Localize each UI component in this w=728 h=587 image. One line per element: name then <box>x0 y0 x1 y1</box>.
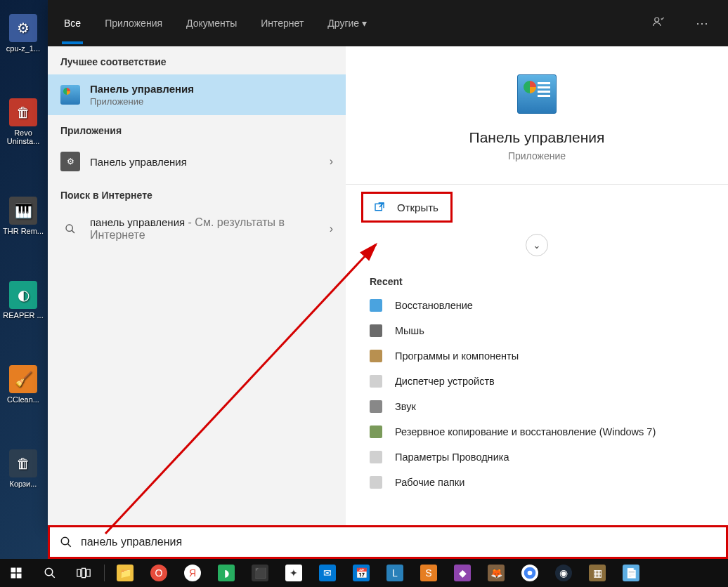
best-match-result[interactable]: Панель управления Приложение <box>48 74 346 115</box>
svg-point-17 <box>528 571 533 576</box>
taskbar-app-sublime[interactable]: S <box>412 559 445 587</box>
search-results-panel: Все Приложения Документы Интернет Другие… <box>48 0 728 525</box>
desktop-icon-ccleaner[interactable]: 🧹CClean... <box>1 365 45 404</box>
recent-item[interactable]: Резервное копирование и восстановление (… <box>346 419 728 444</box>
divider <box>346 184 728 185</box>
work-folders-icon <box>370 476 382 489</box>
recent-item[interactable]: Диспетчер устройств <box>346 369 728 394</box>
svg-point-5 <box>61 537 69 545</box>
chevron-down-icon: ▾ <box>362 18 367 29</box>
backup-icon <box>370 426 382 438</box>
settings-icon: ⚙ <box>60 152 80 171</box>
taskbar-search[interactable] <box>34 559 66 587</box>
programs-icon <box>370 350 382 362</box>
detail-right-column: Панель управления Приложение Открыть ⌄ R… <box>346 46 728 525</box>
desktop-icon-revo[interactable]: 🗑Revo Uninsta... <box>1 98 45 145</box>
start-button[interactable] <box>0 559 32 587</box>
desktop-icon-thr[interactable]: 🎹THR Rem... <box>1 197 45 235</box>
mouse-icon <box>370 324 382 337</box>
web-section-label: Поиск в Интернете <box>48 180 346 208</box>
taskbar: 📁 O Я ◗ ⬛ ✦ ✉ 📅 L S ◆ 🦊 ◉ ▦ 📄 <box>0 559 728 587</box>
taskbar-app-yandex[interactable]: Я <box>176 559 209 587</box>
recent-item[interactable]: Программы и компоненты <box>346 343 728 369</box>
results-left-column: Лучшее соответствие Панель управления Пр… <box>48 46 346 525</box>
tab-documents[interactable]: Документы <box>184 2 239 44</box>
taskbar-app[interactable]: ◗ <box>210 559 242 587</box>
task-view[interactable] <box>67 559 100 587</box>
control-panel-large-icon <box>517 74 557 114</box>
taskbar-app-chrome[interactable] <box>514 559 546 587</box>
recent-item[interactable]: Мышь <box>346 318 728 343</box>
recent-item[interactable]: Рабочие папки <box>346 470 728 495</box>
desktop-icon-reaper[interactable]: ◐REAPER ... <box>1 281 45 319</box>
taskbar-app[interactable]: ◆ <box>446 559 479 587</box>
svg-point-11 <box>45 568 53 576</box>
search-input[interactable] <box>81 536 716 548</box>
svg-rect-15 <box>86 569 90 576</box>
taskbar-app[interactable]: 🦊 <box>480 559 512 587</box>
sound-icon <box>370 400 382 413</box>
detail-subtitle: Приложение <box>346 150 728 161</box>
search-icon <box>60 536 72 548</box>
svg-line-6 <box>67 543 71 547</box>
control-panel-icon <box>60 85 80 105</box>
chevron-right-icon: › <box>330 155 333 168</box>
tab-internet[interactable]: Интернет <box>259 2 306 44</box>
taskbar-app-opera[interactable]: O <box>143 559 175 587</box>
tab-other[interactable]: Другие ▾ <box>325 2 369 44</box>
search-input-bar[interactable] <box>48 525 728 559</box>
taskbar-app[interactable]: ✦ <box>278 559 310 587</box>
feedback-icon[interactable] <box>646 13 670 34</box>
open-icon <box>373 201 386 213</box>
search-header: Все Приложения Документы Интернет Другие… <box>48 0 728 46</box>
svg-rect-7 <box>11 568 16 573</box>
svg-rect-13 <box>77 569 81 576</box>
svg-rect-3 <box>375 204 382 210</box>
desktop-icon-cpuz[interactable]: ⚙cpu-z_1... <box>1 14 45 53</box>
taskbar-app-mail[interactable]: ✉ <box>311 559 344 587</box>
svg-rect-14 <box>82 568 86 577</box>
taskbar-app-steam[interactable]: ◉ <box>547 559 580 587</box>
explorer-options-icon <box>370 451 382 463</box>
desktop-icon-recyclebin[interactable]: 🗑Корзи... <box>1 449 45 488</box>
svg-point-0 <box>655 18 659 22</box>
taskbar-app[interactable]: L <box>379 559 411 587</box>
chevron-right-icon: › <box>330 223 333 235</box>
svg-point-1 <box>66 225 72 231</box>
more-icon[interactable]: ⋯ <box>690 13 714 34</box>
device-manager-icon <box>370 375 382 388</box>
web-result[interactable]: панель управления - См. результаты в Инт… <box>48 208 346 250</box>
open-action[interactable]: Открыть <box>361 192 453 223</box>
expand-chevron[interactable]: ⌄ <box>526 234 548 256</box>
svg-rect-8 <box>17 568 22 573</box>
recent-item[interactable]: Параметры Проводника <box>346 444 728 470</box>
detail-header: Панель управления Приложение <box>346 67 728 176</box>
recent-item[interactable]: Восстановление <box>346 293 728 318</box>
taskbar-app-calendar[interactable]: 📅 <box>345 559 377 587</box>
app-result-control-panel[interactable]: ⚙ Панель управления › <box>48 143 346 180</box>
recent-item[interactable]: Звук <box>346 394 728 419</box>
best-match-label: Лучшее соответствие <box>48 46 346 74</box>
taskbar-app[interactable]: ⬛ <box>244 559 276 587</box>
detail-title: Панель управления <box>346 129 728 146</box>
svg-rect-9 <box>11 574 16 579</box>
recent-label: Recent <box>346 269 728 293</box>
search-icon <box>60 219 80 239</box>
taskbar-app[interactable]: 📄 <box>615 559 647 587</box>
svg-line-2 <box>72 230 74 233</box>
svg-line-12 <box>51 574 55 578</box>
svg-rect-10 <box>17 574 22 579</box>
taskbar-app[interactable]: ▦ <box>581 559 613 587</box>
recovery-icon <box>370 299 382 312</box>
apps-section-label: Приложения <box>48 115 346 143</box>
taskbar-app-explorer[interactable]: 📁 <box>109 559 141 587</box>
tab-apps[interactable]: Приложения <box>103 2 164 44</box>
tab-all[interactable]: Все <box>62 2 83 44</box>
